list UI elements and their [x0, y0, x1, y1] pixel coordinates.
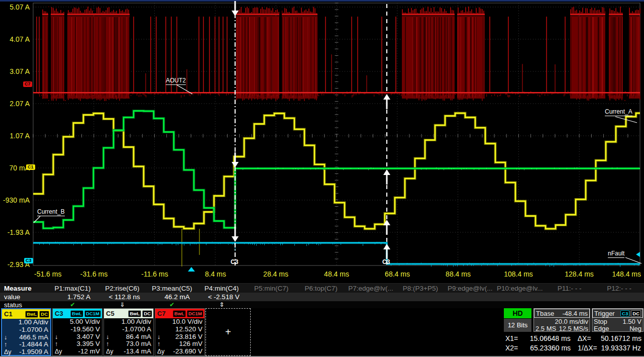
- channel-descriptor-c7[interactable]: C7 BwL DC1M 10.0 V/div 12.520 V ↓23.816 …: [155, 308, 205, 356]
- x-axis-label: 28.4 ms: [263, 270, 288, 278]
- c3-cursor2-value: 3.395 V: [76, 340, 100, 348]
- x-axis-label: 108.4 ms: [504, 270, 533, 278]
- c5-bandwidth-badge: BwL: [128, 310, 141, 317]
- cursor2-source-tag[interactable]: C3: [382, 258, 390, 265]
- measure-p9-label[interactable]: P9:edge@lv(...: [445, 285, 495, 292]
- c7-coupling-badge: DC1M: [187, 310, 203, 317]
- measure-header-row: Measure P1:max(C1) P2:rise(C6) P3:mean(C…: [0, 284, 644, 293]
- channel-descriptor-c1[interactable]: C1 BwL DC 1.00 A/div -1.0700 A ↓466.5 mA…: [1, 308, 51, 356]
- delta-y-icon: Δy: [4, 348, 12, 356]
- cursor-up-icon: ↑: [106, 340, 109, 348]
- timebase-title: Tbase: [536, 310, 554, 317]
- c1-bandwidth-badge: BwL: [25, 311, 38, 318]
- c7-cursor1-value: 23.816 V: [175, 333, 202, 341]
- measure-p2-value: < 112.8 ns: [97, 293, 147, 301]
- add-descriptor-placeholder[interactable]: +: [205, 308, 251, 356]
- measure-p1-label[interactable]: P1:max(C1): [48, 285, 97, 292]
- trigger-coupling-badge: DC: [631, 310, 641, 317]
- measure-status-row: status ✔ ⇓ ✔ ⇕: [0, 301, 644, 308]
- measure-p3-value: 46.2 mA: [147, 293, 197, 301]
- measure-p12-label[interactable]: P12:- - -: [594, 285, 644, 292]
- dx-key: ΔX=: [578, 334, 601, 343]
- c7-delta-value: -23.690 V: [173, 348, 202, 355]
- c7-scale: 10.0 V/div: [172, 318, 202, 326]
- trigger-mode: Stop: [594, 318, 607, 325]
- y-axis-label: 2.07 A: [0, 100, 30, 107]
- x-axis-label: -11.6 ms: [141, 270, 168, 278]
- delta-y-icon: Δy: [55, 348, 62, 355]
- x1-value: 15.06648 ms: [522, 334, 577, 343]
- c3-cursor1-value: 3.407 V: [76, 333, 100, 341]
- c1-position-marker[interactable]: C1: [26, 164, 35, 170]
- measure-p10-label[interactable]: P10:edge@lv...: [495, 285, 545, 292]
- measure-p3-status: ✔: [147, 302, 197, 308]
- c5-offset: -1.0700 A: [122, 326, 151, 333]
- oscilloscope-screen: 5.07 A 4.07 A 3.07 A 2.07 A 1.07 A 70 mA…: [0, 0, 644, 357]
- x-axis-label: 48.4 ms: [324, 270, 349, 278]
- measure-p4-label[interactable]: P4:min(C4): [197, 285, 247, 292]
- x-axis-label: 8.4 ms: [205, 270, 226, 278]
- c5-scale: 1.00 A/div: [122, 318, 151, 326]
- trace-label-nfault: nFault: [608, 250, 624, 258]
- measure-p8-label[interactable]: P8:(P3+P5): [395, 285, 445, 292]
- x-axis-label: 128.4 ms: [565, 270, 594, 278]
- x1-key: X1=: [505, 334, 522, 343]
- hd-bits: 12 Bits: [504, 319, 531, 332]
- measure-p2-status: ⇓: [97, 302, 147, 308]
- timebase-delay: -48.4 ms: [562, 310, 588, 317]
- waveform-plot: [0, 0, 644, 282]
- timebase-scale: 20.0 ms/div: [555, 318, 588, 325]
- c5-coupling-badge: DC: [142, 310, 152, 317]
- cursor1-source-tag[interactable]: C3: [231, 258, 238, 265]
- cursor-down-icon: ↓: [157, 333, 160, 341]
- measure-p6-label[interactable]: P6:top(C7): [296, 285, 346, 292]
- measure-value-row: value 1.752 A < 112.8 ns 46.2 mA < -2.51…: [0, 293, 644, 301]
- x-axis-label: -51.6 ms: [34, 270, 61, 278]
- x-axis-label: 148.4 ms: [612, 270, 641, 278]
- x2-value: 65.23360 ms: [522, 343, 578, 353]
- c3-scale: 5.00 V/div: [70, 318, 100, 326]
- cursor-down-icon: ↓: [106, 333, 109, 341]
- trigger-box[interactable]: Trigger C3 DC Stop 1.50 V Edge Neg: [592, 308, 643, 332]
- trigger-slope: Neg: [629, 325, 641, 332]
- cursor-up-icon: ↑: [55, 340, 58, 348]
- x-axis-label: 88.4 ms: [446, 270, 471, 278]
- c1-cursor2-value: -1.4844 A: [19, 341, 48, 348]
- trace-label-current-a: Current_A: [605, 109, 632, 116]
- trigger-source-badge: C3: [620, 310, 629, 317]
- c5-cursor1-value: 86.4 mA: [126, 333, 151, 341]
- y-axis-label: 1.07 A: [0, 132, 30, 139]
- y-axis-label: -1.93 A: [0, 229, 30, 236]
- hd-badge: HD: [504, 308, 531, 318]
- c1-cursor1-value: 466.5 mA: [19, 334, 48, 341]
- measure-p5-label[interactable]: P5:min(C7): [247, 285, 296, 292]
- cursor-down-icon: ↓: [4, 334, 7, 341]
- measure-p1-value: 1.752 A: [48, 293, 97, 301]
- channel-descriptor-c5[interactable]: C5 BwL DC 1.00 A/div -1.0700 A ↓86.4 mA …: [103, 308, 154, 356]
- cursor-down-icon: ↓: [55, 333, 58, 341]
- cursor-readout: X1= 15.06648 ms ΔX= 50.16712 ms X2= 65.2…: [505, 334, 641, 353]
- c1-delta-value: -1.9509 A: [19, 348, 48, 356]
- c7-position-marker[interactable]: C7: [23, 81, 32, 87]
- value-row-title: value: [0, 293, 48, 301]
- c3-position-marker[interactable]: C3: [24, 258, 33, 263]
- measure-p11-label[interactable]: P11:- - -: [545, 285, 594, 292]
- c3-bandwidth-badge: BwL: [70, 310, 83, 317]
- hd-mode-box[interactable]: HD 12 Bits: [504, 308, 531, 332]
- timebase-rate: 12.5 MS/s: [559, 325, 588, 332]
- measure-p2-label[interactable]: P2:rise(C6): [97, 285, 147, 292]
- c3-label: C3: [54, 310, 63, 317]
- x-axis-label: 68.4 ms: [385, 270, 410, 278]
- c1-scale: 1.00 A/div: [19, 319, 48, 326]
- c5-delta-value: -13.4 mA: [124, 348, 151, 355]
- timebase-box[interactable]: Tbase -48.4 ms 20.0 ms/div 2.5 MS 12.5 M…: [533, 308, 590, 332]
- measure-table: Measure P1:max(C1) P2:rise(C6) P3:mean(C…: [0, 283, 644, 308]
- measure-p3-label[interactable]: P3:mean(C5): [147, 285, 197, 292]
- fx-key: 1/ΔX=: [578, 343, 601, 353]
- c7-cursor2-value: 126 mV: [179, 340, 202, 348]
- measure-p7-label[interactable]: P7:edge@lv(...: [346, 285, 395, 292]
- channel-descriptor-c3[interactable]: C3 BwL DC1M 5.00 V/div -19.560 V ↓3.407 …: [52, 308, 102, 356]
- timebase-samples: 2.5 MS: [535, 325, 556, 332]
- x-axis-label: -31.6 ms: [80, 270, 108, 278]
- y-axis-label: 3.07 A: [0, 68, 30, 75]
